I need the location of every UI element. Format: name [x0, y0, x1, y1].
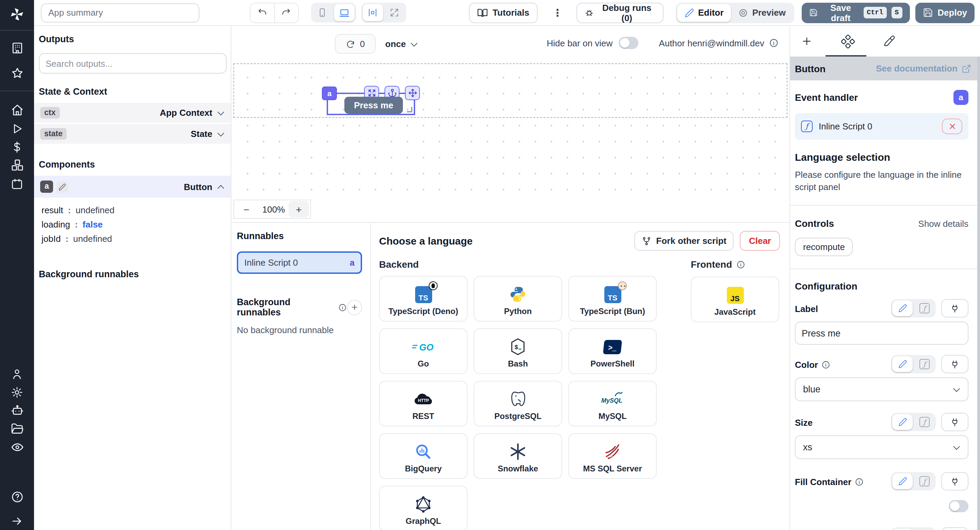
state-row[interactable]: state State: [34, 124, 231, 144]
connect-plug-button[interactable]: [941, 472, 969, 490]
component-row-button[interactable]: a Button: [34, 176, 231, 198]
center-content-button[interactable]: [363, 4, 383, 21]
folder-open-icon[interactable]: [0, 420, 34, 438]
prop-jobid[interactable]: jobId:undefined: [41, 231, 231, 246]
info-icon[interactable]: [338, 303, 347, 312]
fork-other-script-button[interactable]: Fork other script: [634, 231, 734, 251]
save-draft-button[interactable]: Save draft Ctrl S: [802, 2, 910, 23]
pencil-icon[interactable]: [892, 473, 913, 489]
resources-cubes-icon[interactable]: [0, 156, 34, 174]
trigger-mode-dropdown[interactable]: once: [385, 39, 418, 49]
color-select[interactable]: blue: [795, 377, 969, 401]
runnable-item[interactable]: Inline Script 0 a: [237, 251, 362, 274]
debug-runs-button[interactable]: Debug runs (0): [576, 2, 663, 23]
runs-play-icon[interactable]: [0, 119, 34, 137]
connect-plug-button[interactable]: [941, 413, 969, 431]
recompute-button[interactable]: recompute: [795, 238, 853, 256]
lang-tile-graphql[interactable]: GraphQL: [379, 486, 468, 530]
help-circle-icon[interactable]: [0, 488, 34, 506]
insert-component-tab-plus-icon[interactable]: [799, 34, 815, 49]
pencil-icon[interactable]: [892, 528, 913, 530]
see-documentation-link[interactable]: See documentation: [876, 63, 971, 73]
settings-scroll-area[interactable]: Event handler a ƒ Inline Script 0 Langua…: [790, 80, 980, 530]
undo-button[interactable]: [251, 3, 274, 22]
fx-icon[interactable]: ƒ: [915, 473, 934, 489]
pencil-icon[interactable]: [892, 300, 913, 316]
editor-tab[interactable]: Editor: [677, 4, 731, 21]
lang-tile-powershell[interactable]: >_ PowerShell: [568, 328, 657, 374]
eye-icon[interactable]: [0, 438, 34, 457]
lang-tile-typescript-deno[interactable]: TS TypeScript (Deno): [379, 276, 468, 322]
inline-script-row[interactable]: ƒ Inline Script 0: [795, 113, 969, 140]
size-select[interactable]: xs: [795, 435, 969, 459]
lang-tile-postgresql[interactable]: PostgreSQL: [474, 381, 562, 426]
refresh-count-box[interactable]: 0: [335, 34, 375, 54]
history-group: [250, 2, 299, 23]
tutorials-button[interactable]: Tutorials: [469, 2, 538, 23]
gear-icon[interactable]: [0, 383, 34, 401]
prop-result[interactable]: result:undefined: [41, 203, 231, 217]
fx-icon[interactable]: ƒ: [915, 528, 934, 530]
clear-button[interactable]: Clear: [740, 231, 780, 251]
move-handle-icon[interactable]: [405, 86, 420, 100]
info-icon[interactable]: [736, 260, 745, 269]
desktop-view-button[interactable]: [334, 4, 355, 21]
lang-tile-go[interactable]: GO Go: [379, 328, 468, 374]
lang-tile-python[interactable]: Python: [474, 276, 562, 322]
fx-icon[interactable]: ƒ: [915, 414, 934, 430]
mobile-view-button[interactable]: [312, 4, 333, 21]
lang-tile-bigquery[interactable]: BigQuery: [379, 433, 468, 479]
variables-dollar-icon[interactable]: [0, 137, 34, 156]
resize-handle[interactable]: [407, 107, 412, 112]
lang-tile-typescript-bun[interactable]: TS TypeScript (Bun): [568, 276, 657, 322]
deploy-button[interactable]: Deploy: [915, 2, 975, 23]
preview-tab[interactable]: Preview: [731, 4, 793, 21]
hide-bar-toggle[interactable]: [619, 37, 638, 49]
kebab-menu-icon[interactable]: ⋮: [552, 6, 563, 19]
scrollbar[interactable]: [977, 57, 980, 530]
search-outputs-input[interactable]: [39, 53, 227, 73]
zoom-out-button[interactable]: −: [234, 200, 259, 218]
collapse-arrow-icon[interactable]: [0, 512, 34, 530]
fx-icon[interactable]: ƒ: [915, 300, 934, 316]
redo-button[interactable]: [274, 3, 298, 22]
show-details-link[interactable]: Show details: [918, 218, 969, 228]
home-icon[interactable]: [0, 101, 34, 119]
lang-tile-snowflake[interactable]: Snowflake: [474, 433, 562, 479]
connect-plug-button[interactable]: [941, 299, 969, 318]
lang-tile-rest[interactable]: HTTP REST: [379, 381, 468, 426]
lang-tile-javascript[interactable]: JS JavaScript: [691, 276, 779, 322]
info-icon[interactable]: [821, 360, 830, 369]
styling-tab-brush-icon[interactable]: [881, 34, 896, 49]
rename-pencil-icon[interactable]: [57, 181, 68, 192]
zoom-in-button[interactable]: +: [288, 201, 309, 217]
pencil-icon[interactable]: [892, 356, 913, 372]
workers-robot-icon[interactable]: [0, 401, 34, 420]
remove-script-button[interactable]: [942, 118, 962, 134]
connect-plug-button[interactable]: [941, 355, 969, 373]
prop-loading[interactable]: loading:false: [41, 217, 231, 231]
windmill-logo[interactable]: [10, 7, 24, 24]
user-icon[interactable]: [0, 364, 34, 383]
star-icon[interactable]: [0, 64, 34, 82]
app-summary-input[interactable]: [41, 3, 200, 22]
fill-container-toggle[interactable]: [949, 500, 969, 512]
apps-grid-icon[interactable]: [0, 39, 34, 57]
selected-component[interactable]: a Press me: [327, 93, 415, 115]
add-background-runnable-button[interactable]: [347, 299, 362, 315]
lang-tile-mysql[interactable]: MySQL MySQL: [568, 381, 657, 426]
ctx-row[interactable]: ctx App Context: [34, 103, 231, 123]
info-icon[interactable]: [769, 38, 778, 48]
fullscreen-button[interactable]: [385, 4, 405, 21]
connect-plug-button[interactable]: [941, 527, 969, 530]
press-me-button[interactable]: Press me: [344, 97, 403, 114]
schedules-calendar-icon[interactable]: [0, 174, 34, 193]
fx-icon[interactable]: ƒ: [915, 356, 934, 372]
label-input[interactable]: [795, 322, 969, 345]
settings-tab-components-icon[interactable]: [840, 34, 856, 49]
lang-tile-mssql[interactable]: MS SQL Server: [568, 433, 657, 479]
pencil-icon[interactable]: [892, 414, 913, 430]
lang-tile-bash[interactable]: $ Bash: [474, 328, 562, 374]
info-icon[interactable]: [855, 477, 864, 486]
app-canvas[interactable]: 0 once Hide bar on view Author henri@win…: [231, 26, 789, 223]
